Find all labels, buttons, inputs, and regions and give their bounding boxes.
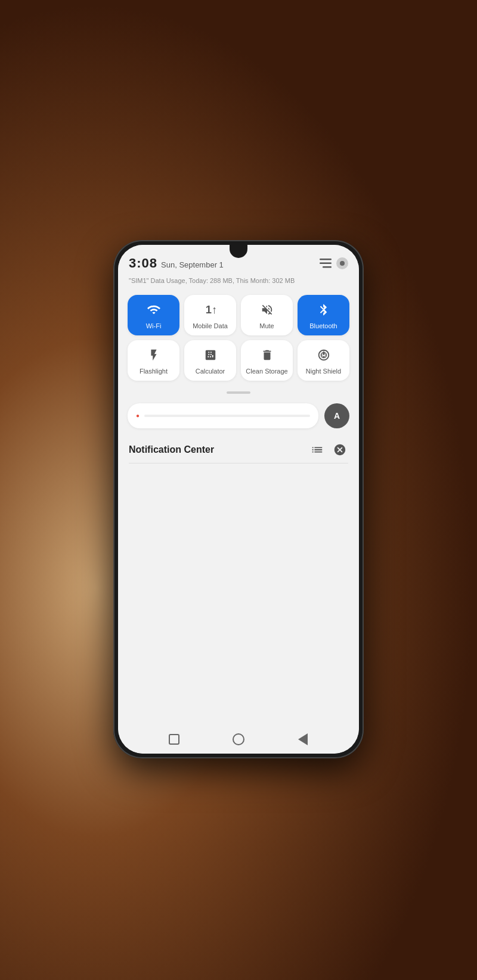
recent-apps-icon xyxy=(169,734,179,745)
drag-handle xyxy=(118,388,359,397)
qs-row-2: Flashlight Calculator xyxy=(128,340,349,381)
bluetooth-icon xyxy=(317,303,330,319)
auto-brightness-button[interactable]: A xyxy=(324,403,349,428)
notification-center-header: Notification Center xyxy=(118,434,359,468)
flashlight-label: Flashlight xyxy=(140,368,168,375)
phone-screen: 3:08 Sun, September 1 "SIM1" Data Usage, xyxy=(118,245,359,754)
qs-tile-clean-storage[interactable]: Clean Storage xyxy=(241,340,293,381)
notification-empty-area xyxy=(118,468,359,725)
brightness-slider-container[interactable]: ● xyxy=(128,403,318,428)
recent-apps-button[interactable] xyxy=(166,731,182,748)
flashlight-icon xyxy=(147,349,160,364)
nc-clear-icon[interactable] xyxy=(332,441,348,458)
bluetooth-label: Bluetooth xyxy=(309,322,337,329)
status-time: 3:08 xyxy=(129,256,157,271)
nc-actions xyxy=(309,441,348,458)
nc-manage-icon[interactable] xyxy=(309,441,326,458)
wifi-label: Wi-Fi xyxy=(146,322,162,329)
svg-rect-2 xyxy=(323,266,332,268)
data-usage-text: "SIM1" Data Usage, Today: 288 MB, This M… xyxy=(129,277,295,284)
clean-storage-icon xyxy=(261,349,274,364)
qs-tile-wifi[interactable]: Wi-Fi xyxy=(128,295,179,335)
mobile-data-label: Mobile Data xyxy=(193,322,228,329)
mobile-data-icon: 1↑ xyxy=(204,303,217,319)
calculator-label: Calculator xyxy=(196,368,225,375)
night-shield-label: Night Shield xyxy=(306,368,341,375)
phone-frame: 3:08 Sun, September 1 "SIM1" Data Usage, xyxy=(113,240,364,758)
brightness-row: ● A xyxy=(118,397,359,434)
clean-storage-label: Clean Storage xyxy=(246,368,287,375)
record-dot xyxy=(340,261,345,266)
status-date: Sun, September 1 xyxy=(161,260,224,269)
qs-tile-bluetooth[interactable]: Bluetooth xyxy=(298,295,349,335)
quick-settings: Wi-Fi 1↑ Mobile Data xyxy=(118,290,359,388)
night-shield-icon xyxy=(317,349,330,364)
drag-handle-bar xyxy=(227,391,250,394)
navigation-bar xyxy=(118,725,359,754)
home-icon xyxy=(233,733,244,745)
qs-tile-flashlight[interactable]: Flashlight xyxy=(128,340,179,381)
home-button[interactable] xyxy=(230,731,247,748)
record-button[interactable] xyxy=(336,257,348,269)
svg-rect-0 xyxy=(320,259,332,260)
qs-tile-calculator[interactable]: Calculator xyxy=(184,340,236,381)
svg-rect-1 xyxy=(320,262,332,264)
qs-tile-mobile-data[interactable]: 1↑ Mobile Data xyxy=(184,295,236,335)
back-button[interactable] xyxy=(295,731,311,748)
svg-text:1↑: 1↑ xyxy=(205,303,216,316)
calculator-icon xyxy=(204,349,217,364)
brightness-slider[interactable] xyxy=(144,415,310,417)
qs-tile-mute[interactable]: Mute xyxy=(241,295,293,335)
mute-label: Mute xyxy=(259,322,274,329)
menu-icon xyxy=(320,257,332,269)
nc-title: Notification Center xyxy=(129,444,214,455)
back-icon xyxy=(298,733,308,745)
auto-brightness-label: A xyxy=(334,411,340,421)
mute-icon xyxy=(261,303,274,319)
wifi-icon xyxy=(147,303,160,319)
brightness-icon: ● xyxy=(136,412,140,419)
status-left: 3:08 Sun, September 1 xyxy=(129,256,224,271)
status-right xyxy=(320,257,348,269)
qs-row-1: Wi-Fi 1↑ Mobile Data xyxy=(128,295,349,335)
nc-header: Notification Center xyxy=(129,441,348,463)
qs-tile-night-shield[interactable]: Night Shield xyxy=(298,340,349,381)
data-usage-bar: "SIM1" Data Usage, Today: 288 MB, This M… xyxy=(118,273,359,290)
